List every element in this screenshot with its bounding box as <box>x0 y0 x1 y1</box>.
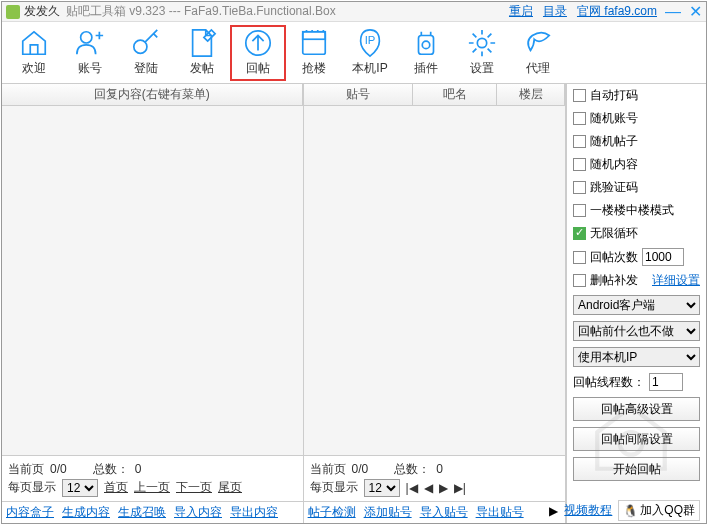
reply-links: 内容盒子 生成内容 生成召唤 导入内容 导出内容 <box>2 501 303 523</box>
catalog-link[interactable]: 目录 <box>543 3 567 20</box>
start-reply-button[interactable]: 开始回帖 <box>573 457 700 481</box>
official-link[interactable]: 官网 fafa9.com <box>577 3 657 20</box>
video-icon: ▶ <box>549 504 558 518</box>
reply-count-label: 回帖次数 <box>590 249 638 266</box>
infinite-checkbox[interactable] <box>573 227 586 240</box>
tab-proxy[interactable]: 代理 <box>510 25 566 81</box>
reply-grid-header: 回复内容(右键有菜单) <box>2 84 303 106</box>
skip-verify-checkbox[interactable] <box>573 181 586 194</box>
svg-point-7 <box>422 41 430 49</box>
current-page-value: 0/0 <box>50 462 67 476</box>
tab-account[interactable]: 账号 <box>62 25 118 81</box>
svg-point-1 <box>134 40 147 53</box>
del-sup-checkbox[interactable] <box>573 274 586 287</box>
total-label: 总数： <box>93 461 129 478</box>
tab-grab[interactable]: 抢楼 <box>286 25 342 81</box>
ip-select[interactable]: 使用本机IP <box>573 347 700 367</box>
nav-last-icon[interactable]: ▶| <box>454 481 466 495</box>
content-box-link[interactable]: 内容盒子 <box>6 504 54 521</box>
svg-rect-4 <box>303 32 326 40</box>
threads-input[interactable] <box>649 373 683 391</box>
nav-next-icon[interactable]: ▶ <box>439 481 448 495</box>
col-tie[interactable]: 贴号 <box>304 84 413 105</box>
gen-summon-link[interactable]: 生成召唤 <box>118 504 166 521</box>
import-tie-link[interactable]: 导入贴号 <box>420 504 468 521</box>
skip-verify-label: 跳验证码 <box>590 179 638 196</box>
qq-icon: 🐧 <box>623 504 638 518</box>
client-select[interactable]: Android客户端 <box>573 295 700 315</box>
export-content-link[interactable]: 导出内容 <box>230 504 278 521</box>
tab-plugin[interactable]: 插件 <box>398 25 454 81</box>
nav-first-icon[interactable]: |◀ <box>406 481 418 495</box>
auto-code-label: 自动打码 <box>590 87 638 104</box>
minimize-icon[interactable]: — <box>665 3 681 21</box>
reply-count-checkbox[interactable] <box>573 251 586 264</box>
rand-account-label: 随机账号 <box>590 110 638 127</box>
infinite-label: 无限循环 <box>590 225 638 242</box>
restart-link[interactable]: 重启 <box>509 3 533 20</box>
footer: ▶ 视频教程 🐧加入QQ群 <box>549 500 700 521</box>
app-name: 发发久 <box>24 3 60 20</box>
col-ba[interactable]: 吧名 <box>413 84 497 105</box>
tab-ip[interactable]: IP本机IP <box>342 25 398 81</box>
video-tutorial-link[interactable]: 视频教程 <box>564 502 612 519</box>
svg-rect-3 <box>303 32 326 55</box>
perpage-select[interactable]: 12 <box>62 479 98 497</box>
app-subtitle: 贴吧工具箱 v9.323 --- FaFa9.TieBa.Functional.… <box>66 3 336 20</box>
tie-grid-body[interactable] <box>304 106 565 455</box>
rand-content-label: 随机内容 <box>590 156 638 173</box>
tab-reply[interactable]: 回帖 <box>230 25 286 81</box>
total-value: 0 <box>436 462 443 476</box>
join-qq-button[interactable]: 🐧加入QQ群 <box>618 500 700 521</box>
tie-pager: 当前页 0/0 总数： 0 每页显示 12 |◀ ◀ ▶ ▶| <box>304 455 565 501</box>
tab-welcome[interactable]: 欢迎 <box>6 25 62 81</box>
floor-mode-label: 一楼楼中楼模式 <box>590 202 674 219</box>
svg-text:IP: IP <box>365 34 376 46</box>
col-floor[interactable]: 楼层 <box>497 84 565 105</box>
svg-rect-6 <box>419 36 434 55</box>
total-label: 总数： <box>394 461 430 478</box>
detail-link[interactable]: 详细设置 <box>652 272 700 289</box>
titlebar: 发发久 贴吧工具箱 v9.323 --- FaFa9.TieBa.Functio… <box>2 2 706 22</box>
last-page-link[interactable]: 尾页 <box>218 479 242 496</box>
auto-code-checkbox[interactable] <box>573 89 586 102</box>
tab-login[interactable]: 登陆 <box>118 25 174 81</box>
del-sup-label: 删帖补发 <box>590 272 638 289</box>
next-page-link[interactable]: 下一页 <box>176 479 212 496</box>
rand-account-checkbox[interactable] <box>573 112 586 125</box>
rand-content-checkbox[interactable] <box>573 158 586 171</box>
perpage-select[interactable]: 12 <box>364 479 400 497</box>
threads-label: 回帖线程数： <box>573 374 645 391</box>
perpage-label: 每页显示 <box>310 479 358 496</box>
advanced-settings-button[interactable]: 回帖高级设置 <box>573 397 700 421</box>
rand-tie-label: 随机帖子 <box>590 133 638 150</box>
reply-grid-body[interactable] <box>2 106 303 455</box>
svg-point-0 <box>81 32 92 43</box>
tab-settings[interactable]: 设置 <box>454 25 510 81</box>
interval-settings-button[interactable]: 回帖间隔设置 <box>573 427 700 451</box>
col-reply-content[interactable]: 回复内容(右键有菜单) <box>2 84 303 105</box>
gen-content-link[interactable]: 生成内容 <box>62 504 110 521</box>
prev-page-link[interactable]: 上一页 <box>134 479 170 496</box>
before-action-select[interactable]: 回帖前什么也不做 <box>573 321 700 341</box>
tie-check-link[interactable]: 帖子检测 <box>308 504 356 521</box>
first-page-link[interactable]: 首页 <box>104 479 128 496</box>
add-tie-link[interactable]: 添加贴号 <box>364 504 412 521</box>
rand-tie-checkbox[interactable] <box>573 135 586 148</box>
import-content-link[interactable]: 导入内容 <box>174 504 222 521</box>
svg-point-8 <box>477 38 486 47</box>
main-toolbar: 欢迎 账号 登陆 发帖 回帖 抢楼 IP本机IP 插件 设置 代理 <box>2 22 706 84</box>
tab-post[interactable]: 发帖 <box>174 25 230 81</box>
current-page-label: 当前页 <box>310 461 346 478</box>
nav-prev-icon[interactable]: ◀ <box>424 481 433 495</box>
reply-count-input[interactable] <box>642 248 684 266</box>
app-logo-icon <box>6 5 20 19</box>
floor-mode-checkbox[interactable] <box>573 204 586 217</box>
current-page-label: 当前页 <box>8 461 44 478</box>
close-icon[interactable]: ✕ <box>689 2 702 21</box>
current-page-value: 0/0 <box>352 462 369 476</box>
tie-links: 帖子检测 添加贴号 导入贴号 导出贴号 <box>304 501 565 523</box>
reply-content-panel: 回复内容(右键有菜单) 当前页 0/0 总数： 0 每页显示 12 首页 上一页… <box>2 84 304 523</box>
reply-pager: 当前页 0/0 总数： 0 每页显示 12 首页 上一页 下一页 尾页 <box>2 455 303 501</box>
export-tie-link[interactable]: 导出贴号 <box>476 504 524 521</box>
